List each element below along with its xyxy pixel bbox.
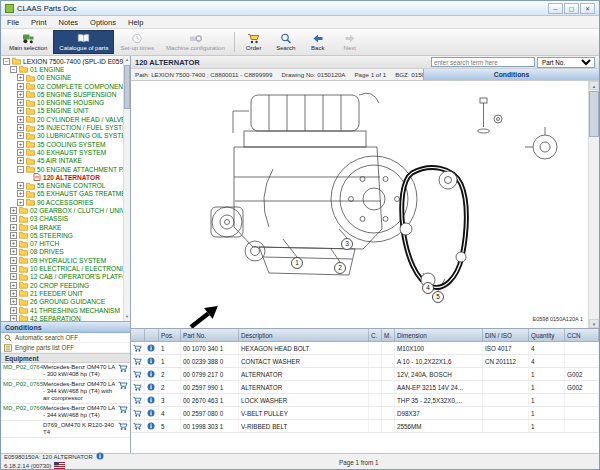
collapse-icon[interactable]: − xyxy=(17,166,24,173)
expand-icon[interactable]: + xyxy=(17,132,24,139)
column-header[interactable]: Dimension xyxy=(395,329,483,341)
expand-icon[interactable]: + xyxy=(10,282,17,289)
tree-item[interactable]: +04 BRAKE xyxy=(1,223,130,231)
tree-item[interactable]: +90 ACCESSORIES xyxy=(1,198,130,206)
column-header[interactable] xyxy=(145,329,159,341)
column-header[interactable] xyxy=(131,329,145,341)
expand-icon[interactable]: + xyxy=(17,116,24,123)
expand-icon[interactable]: + xyxy=(10,257,17,264)
column-header[interactable]: Part No. xyxy=(181,329,239,341)
tree-item[interactable]: +10 ENGINE HOUSING xyxy=(1,98,130,106)
parts-row[interactable]: 200 2597 990 1ALTERNATORAAN-EP 3215 14V … xyxy=(131,381,599,394)
row-cart-cell[interactable] xyxy=(131,407,145,419)
cart-icon[interactable] xyxy=(116,422,128,431)
expand-icon[interactable]: + xyxy=(17,99,24,106)
drawing-vertical-scrollbar[interactable]: ▲ ▼ xyxy=(588,81,599,328)
column-header[interactable]: M. xyxy=(382,329,395,341)
tree-item[interactable]: +21 FEEDER UNIT xyxy=(1,289,130,297)
tree-item[interactable]: +20 CYLINDER HEAD / VALVES / IDLER GEAR xyxy=(1,115,130,123)
column-header[interactable]: Quantity xyxy=(529,329,565,341)
menu-file[interactable]: File xyxy=(1,18,25,27)
menu-notes[interactable]: Notes xyxy=(53,18,85,27)
parts-row[interactable]: 500 1998 303 1V-RIBBED BELT2556MM1 xyxy=(131,420,599,433)
expand-icon[interactable]: + xyxy=(10,240,17,247)
row-cart-cell[interactable] xyxy=(131,355,145,367)
toolbar-button-back[interactable]: Back xyxy=(302,30,334,54)
scrollbar-thumb[interactable] xyxy=(589,91,599,137)
expand-icon[interactable]: + xyxy=(17,83,24,90)
row-info-cell[interactable] xyxy=(145,368,159,380)
expand-icon[interactable]: + xyxy=(17,74,24,81)
menu-help[interactable]: Help xyxy=(122,18,149,27)
column-header[interactable]: CCN xyxy=(565,329,599,341)
tree-item[interactable]: +09 HYDRAULIC SYSTEM xyxy=(1,256,130,264)
tree-item[interactable]: +05 ENGINE SUSPENSION xyxy=(1,90,130,98)
column-header[interactable]: Description xyxy=(239,329,369,341)
row-cart-cell[interactable] xyxy=(131,381,145,393)
tree-item[interactable]: +05 STEERING xyxy=(1,231,130,239)
expand-icon[interactable]: + xyxy=(10,315,17,321)
tree-scrollbar[interactable]: ▲ ▼ xyxy=(123,56,130,321)
toolbar-button-search[interactable]: Search xyxy=(270,30,302,54)
cart-icon[interactable] xyxy=(116,381,128,390)
condition-toggle[interactable]: Engine parts list OFF xyxy=(1,343,130,353)
tree-item[interactable]: −01 ENGINE xyxy=(1,65,130,73)
tree-item[interactable]: −LEXION 7500-7400 (SPL-ID E0598) xyxy=(1,57,130,65)
scroll-up-arrow[interactable]: ▲ xyxy=(124,56,130,64)
scrollbar-thumb[interactable] xyxy=(124,65,130,109)
equipment-row[interactable]: MD_P02_0766Mercedes-Benz OM470 LA - 344 … xyxy=(1,404,130,421)
column-header[interactable]: DIN / ISO xyxy=(483,329,529,341)
parts-row[interactable]: 400 2597 080 0V-BELT PULLEYD98X371 xyxy=(131,407,599,420)
row-cart-cell[interactable] xyxy=(131,420,145,432)
tree-item[interactable]: +03 CHASSIS xyxy=(1,215,130,223)
tree-item[interactable]: +10 ELECTRICAL / ELECTRONIC EQUIPMENT xyxy=(1,264,130,272)
expand-icon[interactable]: + xyxy=(10,207,17,214)
cart-icon[interactable] xyxy=(116,405,128,414)
tree-item[interactable]: +35 COOLING SYSTEM xyxy=(1,140,130,148)
expand-icon[interactable]: + xyxy=(10,215,17,222)
tree-item[interactable]: +08 DRIVES xyxy=(1,248,130,256)
toolbar-button-main-selection[interactable]: Main selection xyxy=(3,30,53,54)
expand-icon[interactable]: + xyxy=(10,273,17,280)
equipment-row[interactable]: MD_P02_0764Mercedes-Benz OM470 LA - 300 … xyxy=(1,363,130,380)
tree-item[interactable]: +12 CAB / OPERATOR'S PLATFORM xyxy=(1,273,130,281)
parts-row[interactable]: 300 2670 463 1LOCK WASHERTHP 35 - 22,5X3… xyxy=(131,394,599,407)
scroll-up-arrow[interactable]: ▲ xyxy=(589,81,599,90)
expand-icon[interactable]: + xyxy=(17,182,24,189)
menu-options[interactable]: Options xyxy=(84,18,122,27)
conditions-panel-header[interactable]: Conditions xyxy=(1,322,130,333)
expand-icon[interactable]: + xyxy=(10,248,17,255)
expand-icon[interactable]: + xyxy=(10,265,17,272)
row-info-cell[interactable] xyxy=(145,355,159,367)
toolbar-button-order[interactable]: Order xyxy=(238,30,270,54)
tree-item[interactable]: +20 CROP FEEDING xyxy=(1,281,130,289)
tree-item[interactable]: +02 GEARBOX / CLUTCH / UNIVERSAL DRIVE S… xyxy=(1,206,130,214)
condition-toggle[interactable]: Automatic search OFF xyxy=(1,333,130,343)
drawing-area[interactable]: 12345 E0598 0150A120A 1 ▲ ▼ xyxy=(131,81,599,328)
menu-print[interactable]: Print xyxy=(25,18,52,27)
parts-row[interactable]: 200 0799 217 0ALTERNATOR12V, 240A, BOSCH… xyxy=(131,368,599,381)
expand-icon[interactable]: + xyxy=(17,141,24,148)
tree-item[interactable]: 120 ALTERNATOR xyxy=(1,173,130,181)
row-cart-cell[interactable] xyxy=(131,368,145,380)
collapse-icon[interactable]: − xyxy=(3,58,10,65)
equipment-row[interactable]: MD_P02_0765Mercedes-Benz OM470 LA - 344 … xyxy=(1,380,130,404)
conditions-collapsed-bar[interactable]: Conditions xyxy=(423,69,599,80)
column-header[interactable]: C. xyxy=(369,329,382,341)
row-cart-cell[interactable] xyxy=(131,394,145,406)
tree-item[interactable]: +40 EXHAUST SYSTEM xyxy=(1,148,130,156)
minimize-button[interactable]: ─ xyxy=(548,3,563,14)
close-button[interactable]: ✕ xyxy=(580,3,595,14)
expand-icon[interactable]: + xyxy=(10,232,17,239)
collapse-icon[interactable]: − xyxy=(10,66,17,73)
search-input[interactable] xyxy=(431,57,535,67)
expand-icon[interactable]: + xyxy=(17,190,24,197)
tree-item[interactable]: +00 ENGINE xyxy=(1,74,130,82)
scroll-down-arrow[interactable]: ▼ xyxy=(124,313,130,321)
tree-item[interactable]: +02 COMPLETE COMPONENT xyxy=(1,82,130,90)
tree-item[interactable]: +45 AIR INTAKE xyxy=(1,157,130,165)
expand-icon[interactable]: + xyxy=(17,124,24,131)
tree-item[interactable]: +65 EXHAUST GAS TREATMENT xyxy=(1,190,130,198)
expand-icon[interactable]: + xyxy=(10,298,17,305)
parts-row[interactable]: 100 1070 340 1HEXAGON HEAD BOLTM10X100IS… xyxy=(131,342,599,355)
